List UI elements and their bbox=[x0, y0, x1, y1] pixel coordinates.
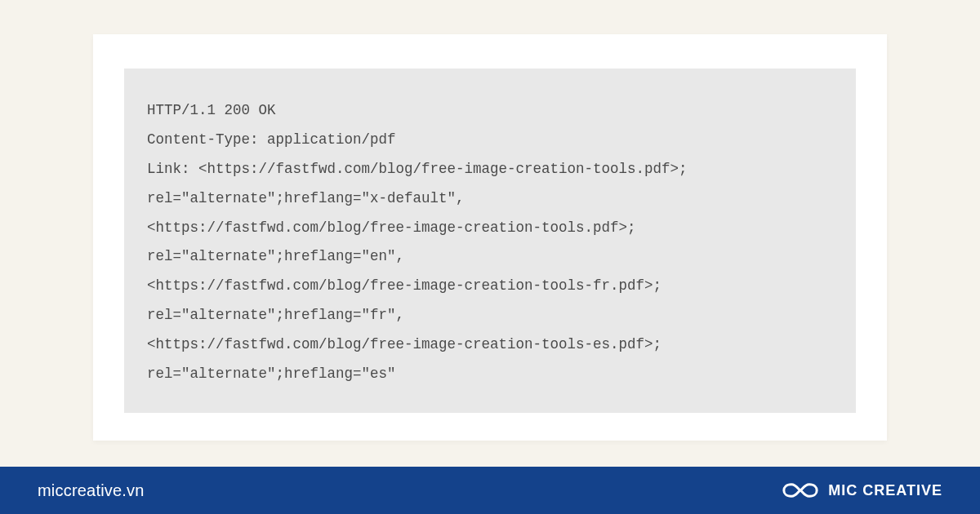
footer-bar: miccreative.vn MIC CREATIVE bbox=[0, 467, 980, 514]
code-line: <https://fastfwd.com/blog/free-image-cre… bbox=[147, 277, 662, 294]
code-line: <https://fastfwd.com/blog/free-image-cre… bbox=[147, 336, 662, 352]
code-line: rel="alternate";hreflang="x-default", bbox=[147, 190, 465, 206]
code-line: Link: <https://fastfwd.com/blog/free-ima… bbox=[147, 161, 688, 177]
code-line: <https://fastfwd.com/blog/free-image-cre… bbox=[147, 219, 636, 236]
content-card: HTTP/1.1 200 OK Content-Type: applicatio… bbox=[93, 34, 887, 441]
infinity-logo-icon bbox=[782, 478, 818, 503]
code-line: rel="alternate";hreflang="es" bbox=[147, 366, 396, 382]
code-line: rel="alternate";hreflang="en", bbox=[147, 248, 404, 264]
brand-name: MIC CREATIVE bbox=[828, 482, 942, 499]
http-header-code-block: HTTP/1.1 200 OK Content-Type: applicatio… bbox=[124, 69, 856, 413]
code-line: rel="alternate";hreflang="fr", bbox=[147, 307, 404, 323]
code-line: HTTP/1.1 200 OK bbox=[147, 102, 276, 118]
footer-brand: MIC CREATIVE bbox=[782, 478, 942, 503]
footer-url: miccreative.vn bbox=[38, 481, 145, 500]
code-line: Content-Type: application/pdf bbox=[147, 131, 396, 148]
